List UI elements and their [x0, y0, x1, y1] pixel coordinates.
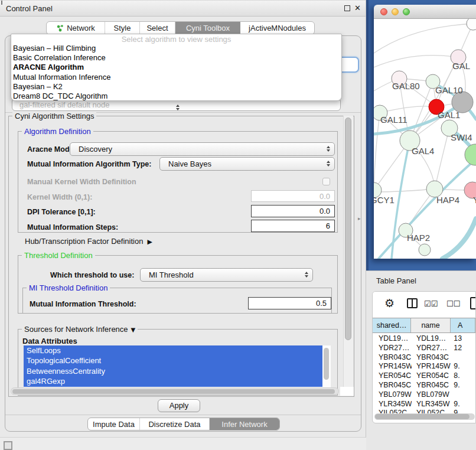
hub-section-toggle[interactable]: Hub/Transcription Factor Definition▶ [25, 237, 152, 246]
checked-boxes-icon[interactable]: ☑☑ [424, 299, 438, 308]
settings-horizontal-scrollbar[interactable] [11, 387, 339, 395]
tab-label: Discretize Data [148, 420, 200, 429]
settings-vertical-scrollbar-thumb[interactable] [345, 118, 351, 340]
kernel-width-field[interactable]: 0.0 [251, 190, 335, 202]
dpi-tolerance-value: 0.0 [252, 206, 334, 216]
column-header-name[interactable]: name [411, 318, 451, 332]
algorithm-option-basic-correlation-inference[interactable]: Basic Correlation Inference [11, 53, 341, 63]
scrollbar-corner [340, 387, 354, 396]
node-gal-partial-label: GAL [452, 61, 470, 71]
table-cell: YLR345W [373, 400, 412, 409]
corner-tick [1, 1, 2, 5]
manual-kernel-width-checkbox[interactable] [322, 178, 330, 185]
attribute-item-selfloops[interactable]: SelfLoops [24, 345, 322, 356]
table-cell: 13 [451, 334, 475, 344]
data-attributes-label: Data Attributes [22, 337, 77, 345]
panel-collapse-icon[interactable] [4, 441, 12, 450]
table-row[interactable]: YDR27…YDR27…12 [373, 344, 475, 353]
network-edge [374, 113, 380, 190]
table-cell: YDR27… [373, 344, 412, 353]
settings-vertical-scrollbar[interactable] [343, 116, 353, 396]
page-icon[interactable] [470, 297, 476, 309]
pane-resize-handle[interactable]: ▸ [358, 216, 361, 221]
table-row[interactable]: YPR145WYPR145W9. [373, 362, 475, 371]
table-toolbar: ⚙ ☑☑ ☐☐ [373, 292, 475, 318]
unchecked-boxes-icon[interactable]: ☐☐ [446, 299, 460, 308]
network-window-titlebar[interactable] [374, 5, 476, 19]
dpi-tolerance-field[interactable]: 0.0 [251, 205, 335, 217]
attribute-item-gal4rgexp[interactable]: gal4RGexp [24, 376, 322, 386]
window-minimize-icon[interactable] [392, 8, 399, 15]
node-top-partial[interactable] [467, 19, 476, 30]
table-row[interactable]: YBL079WYBL079W [373, 390, 475, 400]
threshold-definition-title: Threshold Definition [22, 251, 95, 260]
apply-button[interactable]: Apply [158, 399, 200, 412]
mi-algorithm-type-label: Mutual Information Algorithm Type: [27, 160, 151, 168]
which-threshold-value: MI Threshold [149, 270, 194, 279]
split-columns-icon[interactable] [407, 298, 418, 308]
column-header-a[interactable]: A [451, 318, 475, 332]
sources-title[interactable]: Sources for Network Inference▼ [22, 325, 138, 334]
table-cell: 9. [451, 381, 475, 390]
mi-threshold-value: 0.5 [249, 298, 331, 308]
tab-network[interactable]: Network [47, 22, 105, 34]
table-cell: YER054C [412, 371, 451, 381]
settings-horizontal-scrollbar-thumb[interactable] [12, 389, 335, 394]
table-row[interactable]: YLR345WYLR345W9. [373, 400, 475, 409]
tab-cyni-toolbox[interactable]: Cyni Toolbox [175, 22, 240, 34]
tab-infer-network[interactable]: Infer Network [210, 418, 279, 430]
tab-label: Select [146, 24, 168, 32]
table-cell: YDL19… [373, 334, 412, 344]
table-panel-title: Table Panel [376, 276, 416, 285]
table-row[interactable]: YBR045CYBR045C9. [373, 381, 475, 390]
window-close-icon[interactable] [380, 8, 387, 15]
network-canvas[interactable]: GALGAL80GAL10GAL1GAL11SWI4GAL4GCY1HAP4YH… [374, 19, 476, 259]
node-small-bottom[interactable] [419, 244, 431, 256]
bottom-tabbar: Impute DataDiscretize DataInfer Network [87, 418, 280, 431]
tab-label: Cyni Toolbox [186, 24, 230, 32]
table-cell: YBR043C [373, 353, 412, 363]
mi-algorithm-type-combo[interactable]: Naive Bayes [159, 157, 335, 171]
node-gal80-label: GAL80 [392, 81, 420, 91]
algorithm-option-aracne-algorithm[interactable]: ARACNE Algorithm [11, 63, 341, 72]
mi-steps-field[interactable]: 6 [251, 220, 335, 232]
table-row[interactable]: YBR043CYBR043C [373, 353, 475, 363]
desktop-background: GALGAL80GAL10GAL1GAL11SWI4GAL4GCY1HAP4YH… [366, 0, 476, 270]
attr-list-scrollbar[interactable] [324, 348, 329, 380]
column-header-shared[interactable]: shared… [373, 318, 411, 332]
which-threshold-combo[interactable]: MI Threshold [140, 268, 313, 282]
table-panel-card: ⚙ ☑☑ ☐☐ shared…nameA YDL19…YDL19…13YDR27… [372, 291, 476, 423]
algorithm-option-bayesian-hill-climbing[interactable]: Bayesian – Hill Climbing [11, 44, 341, 53]
tab-jactivemnodules[interactable]: jActiveMNodules [240, 22, 314, 34]
screen: Control Panel ✕ ▸ NetworkStyleSelectCyni… [0, 0, 476, 450]
table-row[interactable]: YER054CYER054C8. [373, 371, 475, 381]
algorithm-option-mutual-information-inference[interactable]: Mutual Information Inference [11, 73, 341, 82]
window-zoom-icon[interactable] [403, 8, 410, 15]
aracne-mode-combo[interactable]: Discovery [70, 142, 335, 156]
node-hap4-label: HAP4 [436, 195, 459, 205]
table-horizontal-scrollbar[interactable] [374, 413, 475, 420]
tab-discretize-data[interactable]: Discretize Data [140, 418, 210, 430]
table-cell: YBR045C [373, 381, 412, 390]
table-cell: 12 [451, 344, 475, 353]
table-cell: YDR27… [412, 344, 451, 353]
combo-stepper-icon [327, 161, 330, 167]
attribute-item-topologicalcoefficient[interactable]: TopologicalCoefficient [24, 356, 322, 366]
table-horizontal-scrollbar-thumb[interactable] [375, 414, 470, 419]
attribute-item-betweennesscentrality[interactable]: BetweennessCentrality [24, 366, 322, 376]
kernel-width-value: 0.0 [252, 191, 334, 201]
expanded-arrow-icon: ▼ [131, 327, 136, 333]
algorithm-option-bayesian-k2[interactable]: Bayesian – K2 [11, 82, 341, 92]
close-icon[interactable]: ✕ [354, 4, 361, 12]
tab-impute-data[interactable]: Impute Data [88, 418, 140, 430]
algorithm-option-dream8-dc-tdc-algorithm[interactable]: Dream8 DC_TDC Algorithm [11, 92, 341, 101]
float-window-icon[interactable] [344, 5, 350, 11]
mi-threshold-field[interactable]: 0.5 [248, 297, 331, 309]
node-green-right[interactable] [465, 144, 476, 165]
table-cell: 9. [451, 400, 475, 409]
tab-select[interactable]: Select [140, 22, 175, 34]
tab-style[interactable]: Style [105, 22, 140, 34]
tab-label: Infer Network [221, 420, 267, 429]
gear-icon[interactable]: ⚙ [384, 296, 395, 309]
table-row[interactable]: YDL19…YDL19…13 [373, 334, 475, 344]
